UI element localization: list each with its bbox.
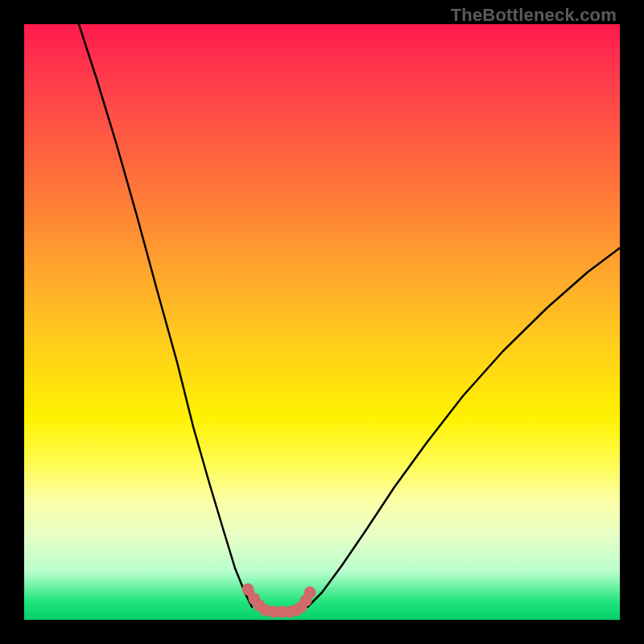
plot-area (24, 24, 620, 620)
curve-right-arm (308, 248, 620, 607)
curve-left-arm (79, 24, 252, 607)
curve-layer (24, 24, 620, 620)
watermark-text: TheBottleneck.com (451, 5, 617, 26)
trough-dot (304, 587, 316, 599)
chart-frame: TheBottleneck.com (0, 0, 644, 644)
